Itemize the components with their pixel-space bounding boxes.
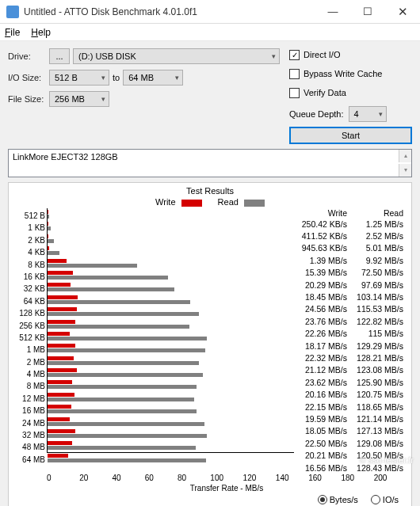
write-value: 18.17 MB/s [294,341,350,351]
read-bar [48,215,49,219]
io-to-select[interactable]: 64 MB▾ [123,70,183,86]
value-row: 21.12 MB/s123.08 MB/s [294,364,407,376]
read-bar [48,300,190,304]
write-value: 18.05 MB/s [294,426,350,436]
y-tick: 256 KB [13,320,45,332]
write-value: 23.62 MB/s [294,378,350,387]
read-value: 128.21 MB/s [350,353,407,363]
read-bar [48,287,174,291]
read-bar [48,276,168,280]
queue-depth-select[interactable]: 4▾ [349,106,387,122]
value-row: 18.45 MB/s103.14 MB/s [294,291,407,302]
value-row: 250.42 KB/s1.25 MB/s [294,218,407,230]
drive-value: (D:) USB DISK [78,51,136,61]
results-title: Test Results [13,186,407,196]
write-value: 20.16 MB/s [294,390,350,399]
y-tick: 64 MB [13,454,45,466]
y-tick: 512 B [13,210,45,222]
write-bar [48,368,77,372]
io-from-value: 512 B [55,73,78,82]
read-value: 115 MB/s [350,329,407,338]
bar-row [48,379,294,390]
checkbox-icon [289,69,300,79]
values-table: WriteRead 250.42 KB/s1.25 MB/s411.52 KB/… [294,208,407,474]
io-from-select[interactable]: 512 B▾ [49,70,109,86]
verify-data-checkbox[interactable]: Verify Data [289,86,412,100]
bar-row [48,245,294,257]
app-icon [6,6,19,18]
write-bar [48,429,75,433]
drive-select[interactable]: (D:) USB DISK▾ [73,48,280,64]
read-value: 122.82 MB/s [350,317,407,326]
read-bar [48,398,194,401]
read-value: 1.25 MB/s [350,219,407,229]
write-bar [48,259,67,263]
write-value: 945.63 KB/s [294,243,350,253]
y-tick: 16 KB [13,271,45,283]
io-size-label: I/O Size: [8,73,49,82]
queue-depth-label: Queue Depth: [289,109,344,119]
read-value: 129.08 MB/s [350,439,407,448]
drive-browse-button[interactable]: ... [49,48,70,64]
read-value: 97.69 MB/s [350,280,407,290]
write-value: 22.15 MB/s [294,402,350,412]
read-value: 103.14 MB/s [350,292,407,302]
maximize-button[interactable]: ☐ [350,0,385,24]
chevron-down-icon: ▾ [379,110,383,118]
y-tick: 64 KB [13,295,45,307]
bar-row [48,294,294,306]
value-row: 411.52 KB/s2.52 MB/s [294,230,407,242]
watermark: © ssd-tester.fr [359,455,414,465]
y-tick: 512 KB [13,332,45,344]
x-tick: 160 [308,474,341,482]
file-size-select[interactable]: 256 MB▾ [49,91,109,107]
x-tick: 200 [374,474,407,482]
ios-radio[interactable]: IO/s [371,495,399,504]
write-bar [48,320,75,324]
bar-row [48,342,294,354]
bar-row [48,391,294,403]
value-row: 22.32 MB/s128.21 MB/s [294,352,407,363]
x-tick: 40 [113,474,145,482]
device-textarea[interactable]: LinkMore EJECT32 128GB ▴ ▾ [8,149,412,177]
write-value: 23.76 MB/s [294,317,350,326]
write-bar [48,246,49,250]
scroll-up-icon[interactable]: ▴ [399,150,411,162]
bytes-radio[interactable]: Bytes/s [318,495,358,504]
start-button[interactable]: Start [289,127,412,144]
drive-label: Drive: [8,51,49,61]
menu-file[interactable]: File [5,27,20,38]
y-tick: 1 MB [13,344,45,356]
minimize-button[interactable]: — [315,0,350,24]
y-tick: 32 KB [13,283,45,295]
x-tick: 60 [145,474,178,482]
write-bar [48,234,48,238]
write-value: 22.26 MB/s [294,329,350,338]
write-bar [48,380,72,384]
bar-row [48,403,294,415]
read-value: 125.90 MB/s [350,378,407,387]
bar-row [48,269,294,281]
col-read: Read [350,208,407,218]
y-tick: 8 MB [13,380,45,392]
x-tick: 180 [341,474,373,482]
bar-row [48,208,294,220]
write-bar [48,454,68,458]
y-tick: 12 MB [13,393,45,405]
direct-io-label: Direct I/O [304,50,340,59]
read-bar [48,434,207,438]
y-tick: 4 MB [13,368,45,380]
x-tick: 100 [210,474,242,482]
write-bar [48,344,75,348]
scroll-down-icon[interactable]: ▾ [399,164,411,177]
value-row: 19.59 MB/s121.14 MB/s [294,413,407,424]
menu-help[interactable]: Help [31,27,51,38]
bypass-cache-checkbox[interactable]: Bypass Write Cache [289,67,412,81]
direct-io-checkbox[interactable]: ✓Direct I/O [289,48,412,62]
x-tick: 140 [276,474,308,482]
close-button[interactable]: ✕ [385,0,420,24]
write-value: 20.29 MB/s [294,280,350,290]
chevron-down-icon: ▾ [101,74,105,82]
read-bar [48,422,204,426]
read-bar [48,251,59,255]
